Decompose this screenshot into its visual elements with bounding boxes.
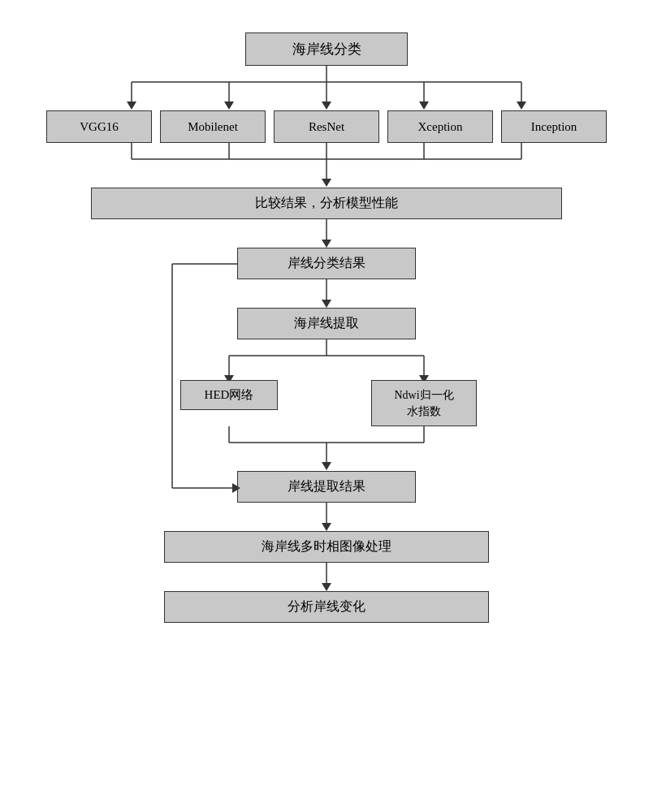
- svg-marker-36: [322, 523, 331, 531]
- svg-marker-9: [419, 102, 429, 110]
- box-xception: Xception: [387, 110, 493, 143]
- box-classification-result: 岸线分类结果: [237, 248, 416, 279]
- split-arrows: [164, 339, 489, 380]
- hed-branch: HED网络: [164, 380, 294, 426]
- arrow-2: [314, 279, 339, 308]
- svg-marker-19: [322, 179, 331, 187]
- merge-arrows: [42, 143, 611, 188]
- box-multi-temporal: 海岸线多时相图像处理: [164, 531, 489, 563]
- box-vgg16: VGG16: [46, 110, 152, 143]
- svg-marker-7: [322, 102, 331, 110]
- box-inception: Inception: [501, 110, 607, 143]
- svg-marker-23: [322, 300, 331, 308]
- fan-arrows: [42, 66, 611, 110]
- box-ndwi: Ndwi归一化 水指数: [371, 380, 477, 426]
- flowchart: 海岸线分类: [18, 16, 635, 639]
- model-boxes-row: VGG16 Mobilenet ResNet Xception Inceptio…: [42, 110, 611, 143]
- svg-marker-3: [127, 102, 136, 110]
- box-resnet: ResNet: [274, 110, 379, 143]
- box-hed: HED网络: [180, 380, 278, 410]
- svg-marker-5: [224, 102, 234, 110]
- box-analysis: 分析岸线变化: [164, 591, 489, 623]
- svg-marker-21: [322, 240, 331, 248]
- merge-2: [164, 426, 489, 471]
- svg-marker-34: [322, 462, 331, 470]
- center-flow: 岸线分类结果 海岸线提取: [42, 248, 611, 623]
- arrow-3: [314, 503, 339, 531]
- box-compare: 比较结果，分析模型性能: [91, 188, 562, 219]
- box-extraction-result: 岸线提取结果: [237, 471, 416, 503]
- hed-ndwi-row: HED网络 Ndwi归一化 水指数: [164, 380, 489, 426]
- ndwi-branch: Ndwi归一化 水指数: [359, 380, 489, 426]
- loop-section: 岸线分类结果 海岸线提取: [42, 248, 611, 623]
- box-extraction: 海岸线提取: [237, 308, 416, 339]
- box-title: 海岸线分类: [245, 32, 408, 66]
- arrow-1: [314, 219, 339, 248]
- svg-marker-38: [322, 583, 331, 591]
- svg-marker-11: [517, 102, 526, 110]
- arrow-4: [314, 563, 339, 591]
- box-mobilenet: Mobilenet: [160, 110, 266, 143]
